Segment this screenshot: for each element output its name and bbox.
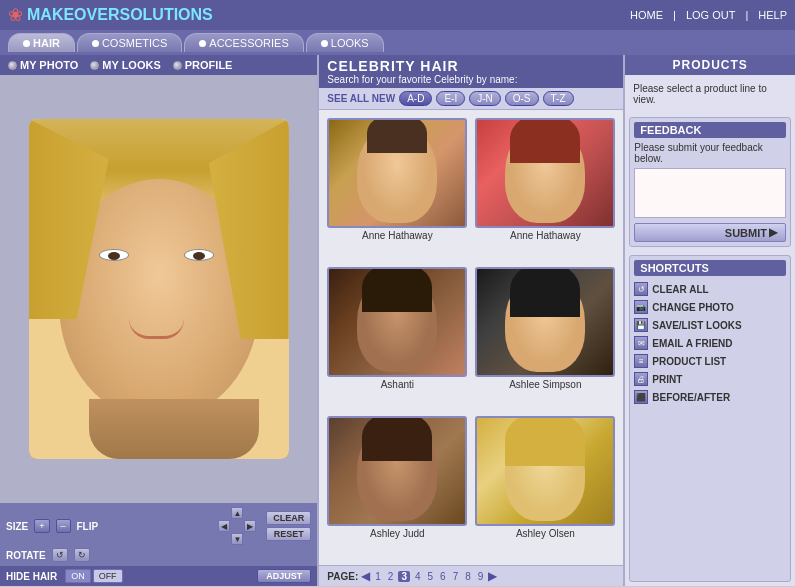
rotate-ccw-button[interactable]: ↺ xyxy=(52,548,68,562)
size-minus-button[interactable]: – xyxy=(56,519,71,533)
celeb-item-5[interactable]: Ashley Judd xyxy=(327,416,467,557)
shortcut-before-after[interactable]: ⬛ BEFORE/AFTER xyxy=(634,388,786,406)
hide-hair-label: HIDE HAIR xyxy=(6,571,57,582)
celeb-photo-1 xyxy=(327,118,467,228)
profile-label: PROFILE xyxy=(185,59,233,71)
eye-left xyxy=(99,249,129,261)
page-4-button[interactable]: 4 xyxy=(413,571,423,582)
alpha-jn-tab[interactable]: J-N xyxy=(469,91,501,106)
prev-page-button[interactable]: ◀ xyxy=(361,569,370,583)
my-photo-nav[interactable]: MY PHOTO xyxy=(8,59,78,71)
celebrity-search: Search for your favorite Celebrity by na… xyxy=(327,74,615,85)
shortcut-clear-all[interactable]: ↺ CLEAR ALL xyxy=(634,280,786,298)
logo-part1: MAKEOVER xyxy=(27,6,119,23)
shortcut-save-looks[interactable]: 💾 SAVE/LIST LOOKS xyxy=(634,316,786,334)
page-2-button[interactable]: 2 xyxy=(386,571,396,582)
celeb-item-1[interactable]: Anne Hathaway xyxy=(327,118,467,259)
tab-cosmetics[interactable]: COSMETICS xyxy=(77,33,182,52)
clear-button[interactable]: CLEAR xyxy=(266,511,311,525)
feedback-section: FEEDBACK Please submit your feedback bel… xyxy=(629,117,791,247)
page-label: PAGE: xyxy=(327,571,358,582)
tab-dot xyxy=(199,40,206,47)
arrow-left[interactable]: ◀ xyxy=(218,520,230,532)
my-photo-label: MY PHOTO xyxy=(20,59,78,71)
celeb-item-6[interactable]: Ashley Olsen xyxy=(475,416,615,557)
see-all-new-link[interactable]: SEE ALL NEW xyxy=(327,93,395,104)
help-link[interactable]: HELP xyxy=(758,9,787,21)
celeb-photo-3 xyxy=(327,267,467,377)
logo: ❀ MAKEOVERSOLUTIONS xyxy=(8,4,213,26)
tab-cosmetics-label: COSMETICS xyxy=(102,37,167,49)
shortcut-product-list-label: PRODUCT LIST xyxy=(652,356,726,367)
logo-text: MAKEOVERSOLUTIONS xyxy=(27,6,213,24)
controls-row2: ROTATE ↺ ↻ xyxy=(6,548,311,562)
submit-label: SUBMIT xyxy=(725,227,767,239)
celeb-item-3[interactable]: Ashanti xyxy=(327,267,467,408)
tab-hair[interactable]: HAIR xyxy=(8,33,75,52)
middle-panel: CELEBRITY HAIR Search for your favorite … xyxy=(319,55,625,586)
left-panel: MY PHOTO MY LOOKS PROFILE xyxy=(0,55,319,586)
page-9-button[interactable]: 9 xyxy=(476,571,486,582)
page-7-button[interactable]: 7 xyxy=(451,571,461,582)
feedback-textarea[interactable] xyxy=(634,168,786,218)
celeb-photo-2 xyxy=(475,118,615,228)
page-8-button[interactable]: 8 xyxy=(463,571,473,582)
before-after-icon: ⬛ xyxy=(634,390,648,404)
page-6-button[interactable]: 6 xyxy=(438,571,448,582)
nav-tabs: HAIR COSMETICS ACCESSORIES LOOKS xyxy=(0,30,795,55)
rotate-cw-button[interactable]: ↻ xyxy=(74,548,90,562)
celeb-photo-5 xyxy=(327,416,467,526)
alpha-nav: SEE ALL NEW A-D E-I J-N O-S T-Z xyxy=(319,88,623,110)
toggle-off-button[interactable]: OFF xyxy=(93,569,123,583)
page-1-button[interactable]: 1 xyxy=(373,571,383,582)
shortcut-email-friend-label: EMAIL A FRIEND xyxy=(652,338,732,349)
arrow-right[interactable]: ▶ xyxy=(244,520,256,532)
profile-nav[interactable]: PROFILE xyxy=(173,59,233,71)
shortcuts-header: SHORTCUTS xyxy=(634,260,786,276)
celeb-item-2[interactable]: Anne Hathaway xyxy=(475,118,615,259)
celeb-grid: Anne Hathaway Anne Hathaway Ashanti xyxy=(319,110,623,565)
submit-arrow: ▶ xyxy=(769,226,777,239)
header-nav: HOME | LOG OUT | HELP xyxy=(630,9,787,21)
toggle-on-button[interactable]: ON xyxy=(65,569,91,583)
products-title: PRODUCTS xyxy=(673,58,748,72)
size-plus-button[interactable]: + xyxy=(34,519,49,533)
adjust-button[interactable]: ADJUST xyxy=(257,569,311,583)
arrow-down[interactable]: ▼ xyxy=(231,533,243,545)
submit-button[interactable]: SUBMIT ▶ xyxy=(634,223,786,242)
my-looks-label: MY LOOKS xyxy=(102,59,160,71)
rotate-label: ROTATE xyxy=(6,550,46,561)
celeb-name-1: Anne Hathaway xyxy=(362,230,433,241)
shortcut-save-looks-label: SAVE/LIST LOOKS xyxy=(652,320,741,331)
shortcut-email-friend[interactable]: ✉ EMAIL A FRIEND xyxy=(634,334,786,352)
tab-looks[interactable]: LOOKS xyxy=(306,33,384,52)
eye-right xyxy=(184,249,214,261)
products-header: PRODUCTS xyxy=(625,55,795,75)
alpha-ad-tab[interactable]: A-D xyxy=(399,91,432,106)
controls-row1: SIZE + – FLIP ▲ ◀ ▶ ▼ CLEA xyxy=(6,507,311,545)
next-page-button[interactable]: ▶ xyxy=(488,569,497,583)
logo-icon: ❀ xyxy=(8,4,23,26)
celeb-item-4[interactable]: Ashlee Simpson xyxy=(475,267,615,408)
celebrity-title: CELEBRITY HAIR xyxy=(327,58,615,74)
celebrity-header: CELEBRITY HAIR Search for your favorite … xyxy=(319,55,623,88)
reset-button[interactable]: RESET xyxy=(266,527,311,541)
shortcut-change-photo[interactable]: 📷 CHANGE PHOTO xyxy=(634,298,786,316)
celeb-name-2: Anne Hathaway xyxy=(510,230,581,241)
shortcut-print[interactable]: 🖨 PRINT xyxy=(634,370,786,388)
arrow-up[interactable]: ▲ xyxy=(231,507,243,519)
photo-placeholder xyxy=(29,119,289,459)
alpha-ei-tab[interactable]: E-I xyxy=(436,91,465,106)
my-looks-nav[interactable]: MY LOOKS xyxy=(90,59,160,71)
page-3-button[interactable]: 3 xyxy=(398,571,410,582)
shortcut-product-list[interactable]: ≡ PRODUCT LIST xyxy=(634,352,786,370)
alpha-tz-tab[interactable]: T-Z xyxy=(543,91,574,106)
neck-shoulders xyxy=(89,399,259,459)
header: ❀ MAKEOVERSOLUTIONS HOME | LOG OUT | HEL… xyxy=(0,0,795,30)
home-link[interactable]: HOME xyxy=(630,9,663,21)
page-5-button[interactable]: 5 xyxy=(426,571,436,582)
logout-link[interactable]: LOG OUT xyxy=(686,9,736,21)
tab-accessories[interactable]: ACCESSORIES xyxy=(184,33,303,52)
alpha-os-tab[interactable]: O-S xyxy=(505,91,539,106)
right-panel: PRODUCTS Please select a product line to… xyxy=(625,55,795,586)
